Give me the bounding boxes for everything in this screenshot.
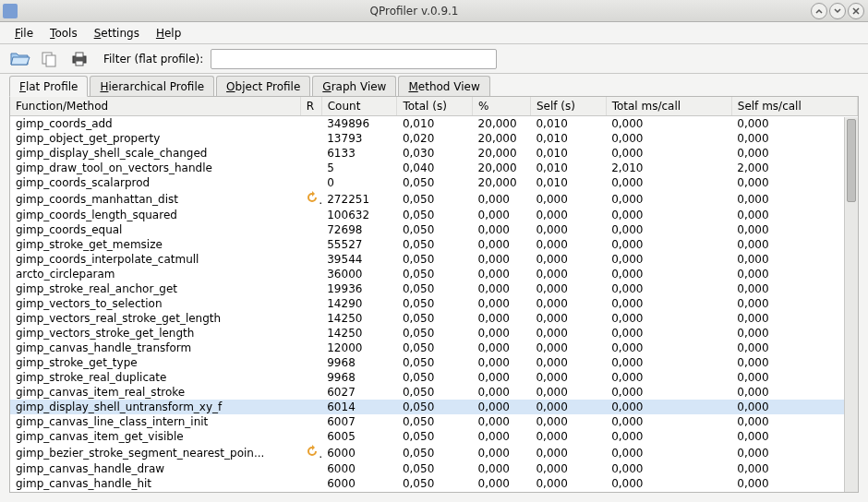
col-function[interactable]: Function/Method bbox=[10, 97, 300, 116]
vertical-scrollbar[interactable] bbox=[844, 117, 858, 492]
cell-pct: 0,000 bbox=[473, 296, 531, 311]
print-icon[interactable] bbox=[68, 49, 90, 69]
minimize-button[interactable] bbox=[811, 3, 827, 19]
cell-total: 0,050 bbox=[397, 237, 473, 252]
menu-settings[interactable]: Settings bbox=[87, 24, 147, 42]
cell-tmscall: 0,000 bbox=[606, 190, 731, 208]
table-row[interactable]: gimp_canvas_line_class_intern_init60070,… bbox=[10, 414, 858, 429]
cell-r bbox=[300, 326, 321, 341]
table-row[interactable]: gimp_draw_tool_on_vectors_handle50,04020… bbox=[10, 161, 858, 175]
filter-label: Filter (flat profile): bbox=[103, 53, 203, 66]
table-row[interactable]: gimp_vectors_real_stroke_get_length14250… bbox=[10, 311, 858, 326]
tabs: Flat Profile Hierarchical Profile Object… bbox=[0, 74, 868, 96]
cell-count: 19936 bbox=[321, 281, 397, 296]
table-row[interactable]: gimp_canvas_item_real_stroke60270,0500,0… bbox=[10, 385, 858, 400]
cell-func: gimp_display_shell_untransform_xy_f bbox=[10, 400, 300, 414]
cell-self: 0,000 bbox=[530, 252, 606, 267]
col-total[interactable]: Total (s) bbox=[397, 97, 473, 116]
tab-hierarchical-profile[interactable]: Hierarchical Profile bbox=[90, 76, 214, 96]
col-pct[interactable]: % bbox=[473, 97, 531, 116]
menu-file[interactable]: File bbox=[7, 24, 41, 42]
cell-total: 0,050 bbox=[397, 370, 473, 385]
cell-tmscall: 0,000 bbox=[606, 237, 731, 252]
cell-func: gimp_coords_interpolate_catmull bbox=[10, 252, 300, 267]
cell-total: 0,050 bbox=[397, 326, 473, 341]
maximize-button[interactable] bbox=[829, 3, 846, 19]
cell-r bbox=[300, 146, 321, 161]
cell-self: 0,000 bbox=[530, 444, 606, 461]
cell-pct: 0,000 bbox=[473, 222, 531, 237]
cell-smscall: 0,000 bbox=[731, 296, 857, 311]
scrollbar-thumb[interactable] bbox=[847, 119, 856, 202]
table-row[interactable]: gimp_stroke_real_duplicate99680,0500,000… bbox=[10, 370, 858, 385]
cell-r bbox=[300, 267, 321, 281]
table-row[interactable]: gimp_coords_length_squared1006320,0500,0… bbox=[10, 208, 858, 222]
tab-object-profile[interactable]: Object Profile bbox=[216, 76, 310, 96]
table-row[interactable]: gimp_stroke_get_memsize555270,0500,0000,… bbox=[10, 237, 858, 252]
titlebar: QProfiler v.0.9.1 bbox=[0, 0, 868, 22]
cell-tmscall: 0,000 bbox=[606, 131, 731, 146]
table-row[interactable]: gimp_coords_equal726980,0500,0000,0000,0… bbox=[10, 222, 858, 237]
tab-graph-view[interactable]: Graph View bbox=[312, 76, 396, 96]
tab-flat-profile[interactable]: Flat Profile bbox=[9, 76, 88, 97]
svg-rect-3 bbox=[76, 53, 83, 57]
table-row[interactable]: gimp_coords_scalarprod00,05020,0000,0100… bbox=[10, 175, 858, 190]
col-tmscall[interactable]: Total ms/call bbox=[606, 97, 731, 116]
table-row[interactable]: gimp_canvas_handle_transform120000,0500,… bbox=[10, 341, 858, 355]
cell-func: gimp_stroke_real_duplicate bbox=[10, 370, 300, 385]
copy-icon[interactable] bbox=[39, 49, 61, 69]
cell-total: 0,050 bbox=[397, 400, 473, 414]
tab-method-view[interactable]: Method View bbox=[398, 76, 489, 96]
table-row[interactable]: gimp_vectors_to_selection142900,0500,000… bbox=[10, 296, 858, 311]
cell-self: 0,000 bbox=[530, 281, 606, 296]
col-smscall[interactable]: Self ms/call bbox=[731, 97, 857, 116]
cell-smscall: 0,000 bbox=[731, 311, 857, 326]
cell-func: gimp_vectors_to_selection bbox=[10, 296, 300, 311]
cell-r bbox=[300, 311, 321, 326]
cell-r bbox=[300, 400, 321, 414]
table-row[interactable]: gimp_canvas_handle_hit60000,0500,0000,00… bbox=[10, 476, 858, 491]
open-folder-icon[interactable] bbox=[9, 49, 31, 69]
menu-help[interactable]: Help bbox=[149, 24, 188, 42]
col-r[interactable]: R bbox=[300, 97, 321, 116]
table-row[interactable]: gimp_canvas_item_get_visible60050,0500,0… bbox=[10, 429, 858, 444]
col-self[interactable]: Self (s) bbox=[530, 97, 606, 116]
table-row[interactable]: gimp_display_shell_scale_changed61330,03… bbox=[10, 146, 858, 161]
cell-pct: 0,000 bbox=[473, 267, 531, 281]
cell-tmscall: 0,000 bbox=[606, 444, 731, 461]
cell-total: 0,050 bbox=[397, 414, 473, 429]
table-row[interactable]: gimp_display_shell_untransform_xy_f60140… bbox=[10, 400, 858, 414]
table-row[interactable]: gimp_coords_interpolate_catmull395440,05… bbox=[10, 252, 858, 267]
cell-self: 0,000 bbox=[530, 476, 606, 491]
profile-table: Function/Method R Count Total (s) % Self… bbox=[10, 97, 858, 491]
table-row[interactable]: arcto_circleparam360000,0500,0000,0000,0… bbox=[10, 267, 858, 281]
cell-self: 0,000 bbox=[530, 414, 606, 429]
table-row[interactable]: gimp_bezier_stroke_segment_nearest_poin.… bbox=[10, 444, 858, 461]
cell-tmscall: 0,000 bbox=[606, 252, 731, 267]
table-row[interactable]: gimp_canvas_handle_draw60000,0500,0000,0… bbox=[10, 461, 858, 476]
table-row[interactable]: gimp_stroke_get_type99680,0500,0000,0000… bbox=[10, 355, 858, 370]
cell-tmscall: 0,000 bbox=[606, 326, 731, 341]
table-row[interactable]: gimp_object_get_property137930,02020,000… bbox=[10, 131, 858, 146]
menu-tools[interactable]: Tools bbox=[42, 24, 85, 42]
cell-total: 0,010 bbox=[397, 116, 473, 132]
col-count[interactable]: Count bbox=[321, 97, 397, 116]
table-row[interactable]: gimp_stroke_real_anchor_get199360,0500,0… bbox=[10, 281, 858, 296]
table-row[interactable]: gimp_vectors_stroke_get_length142500,050… bbox=[10, 326, 858, 341]
cell-tmscall: 0,000 bbox=[606, 175, 731, 190]
filter-input[interactable] bbox=[211, 49, 497, 69]
cell-pct: 20,000 bbox=[473, 175, 531, 190]
cell-self: 0,000 bbox=[530, 461, 606, 476]
cell-r bbox=[300, 116, 321, 132]
close-button[interactable] bbox=[848, 3, 864, 19]
cell-r bbox=[300, 281, 321, 296]
cell-func: gimp_coords_scalarprod bbox=[10, 175, 300, 190]
cell-count: 9968 bbox=[321, 370, 397, 385]
cell-pct: 0,000 bbox=[473, 326, 531, 341]
cell-count: 100632 bbox=[321, 208, 397, 222]
cell-tmscall: 0,000 bbox=[606, 296, 731, 311]
table-row[interactable]: gimp_coords_add3498960,01020,0000,0100,0… bbox=[10, 116, 858, 132]
cell-r bbox=[300, 175, 321, 190]
cell-total: 0,050 bbox=[397, 296, 473, 311]
table-row[interactable]: gimp_coords_manhattan_dist2722510,0500,0… bbox=[10, 190, 858, 208]
